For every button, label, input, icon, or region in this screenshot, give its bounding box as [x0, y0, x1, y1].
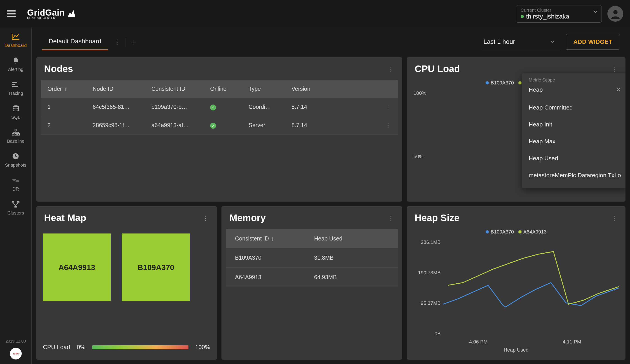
column-order[interactable]: Order ↑ [48, 86, 93, 92]
column-type[interactable]: Type [248, 86, 292, 92]
widget-menu-button[interactable]: ⋮ [611, 65, 618, 73]
sidebar-item-snapshots[interactable]: Snapshots [5, 152, 26, 168]
metric-scope-popup: Metric Scope Heap ✕ Heap Committed Heap … [522, 73, 626, 188]
svg-rect-5 [15, 129, 17, 131]
main-content: Default Dashboard ⋮ ＋ Last 1 hour ADD WI… [32, 27, 630, 364]
chart-icon [11, 32, 20, 41]
cell-version: 8.7.14 [292, 104, 341, 110]
widget-menu-button[interactable]: ⋮ [202, 214, 209, 222]
menu-toggle-button[interactable] [7, 10, 16, 17]
scope-search-input[interactable]: Heap [529, 86, 543, 93]
logo: GridGain CONTROL CENTER [27, 8, 76, 20]
heap-size-widget: Heap Size ⋮ B109A370 A64A9913 286.1MB 19… [407, 206, 626, 360]
svg-point-11 [15, 180, 20, 182]
column-consistentid[interactable]: Consistent ID ↓ [235, 235, 314, 242]
nodes-widget: Nodes ⋮ Order ↑ Node ID Consistent ID On… [36, 57, 402, 202]
y-tick: 0B [414, 331, 441, 337]
user-avatar-button[interactable] [608, 6, 623, 22]
svg-rect-8 [18, 133, 20, 135]
column-consistentid[interactable]: Consistent ID [152, 86, 210, 92]
cluster-name: thirsty_ishizaka [526, 13, 569, 20]
tab-default-dashboard[interactable]: Default Dashboard [42, 33, 108, 50]
powered-by-ignite-badge: ignite [10, 348, 22, 360]
row-menu-button[interactable]: ⋮ [341, 122, 391, 128]
widget-menu-button[interactable]: ⋮ [388, 65, 394, 73]
tab-menu-button[interactable]: ⋮ [112, 37, 122, 46]
sidebar-item-dashboard[interactable]: Dashboard [5, 32, 27, 48]
logo-icon [67, 9, 76, 19]
column-nodeid[interactable]: Node ID [93, 86, 152, 92]
heatmap-metric-label: CPU Load [43, 344, 70, 351]
scope-item[interactable]: metastoreMemPlc Dataregion TxLo [522, 167, 626, 184]
legend-dot-icon [486, 230, 489, 234]
network-icon [11, 200, 20, 209]
table-row[interactable]: 2 28659c98-1f… a64a9913-af… ✓ Server 8.7… [41, 116, 398, 135]
legend-dot-icon [518, 81, 522, 84]
y-tick: 95.37MB [414, 300, 441, 306]
row-menu-button[interactable]: ⋮ [341, 104, 391, 110]
cell-heap: 31.8MB [314, 255, 389, 261]
column-version[interactable]: Version [292, 86, 341, 92]
add-widget-button[interactable]: ADD WIDGET [566, 34, 620, 50]
status-dot-icon [521, 15, 524, 18]
table-row[interactable]: 1 64c5f365-81… b109a370-b… ✓ Coordi… 8.7… [41, 98, 398, 116]
sidebar: Dashboard Alerting Tracing SQL Baseline … [0, 27, 32, 364]
y-tick: 100% [414, 90, 426, 96]
svg-rect-1 [12, 82, 17, 83]
sidebar-item-label: SQL [11, 115, 20, 120]
heat-tile[interactable]: B109A370 [122, 234, 190, 301]
sidebar-item-label: Clusters [8, 210, 24, 216]
widget-menu-button[interactable]: ⋮ [611, 214, 618, 222]
cell-consid: a64a9913-af… [152, 122, 210, 128]
scope-item[interactable]: Heap Used [522, 150, 626, 167]
scope-label: Metric Scope [522, 77, 626, 86]
sidebar-item-label: Snapshots [5, 163, 26, 168]
cell-order: 1 [48, 104, 93, 110]
sidebar-item-dr[interactable]: DR [11, 176, 20, 192]
table-row[interactable]: B109A370 31.8MB [226, 248, 398, 268]
table-row[interactable]: A64A9913 64.93MB [226, 268, 398, 287]
cell-version: 8.7.14 [292, 122, 341, 128]
scope-item[interactable]: Heap Max [522, 133, 626, 150]
check-icon: ✓ [210, 104, 216, 110]
check-icon: ✓ [210, 123, 216, 129]
column-online[interactable]: Online [210, 86, 248, 92]
clear-icon[interactable]: ✕ [616, 86, 621, 93]
sidebar-item-label: Baseline [7, 139, 24, 144]
x-tick: 4:06 PM [469, 339, 488, 345]
svg-point-0 [613, 10, 618, 14]
chevron-down-icon [594, 10, 598, 14]
cluster-select[interactable]: Current Cluster thirsty_ishizaka [516, 5, 602, 22]
svg-point-4 [13, 105, 18, 107]
sort-desc-icon: ↓ [271, 235, 274, 242]
topology-icon [11, 128, 20, 137]
add-tab-button[interactable]: ＋ [128, 37, 138, 46]
topbar: GridGain CONTROL CENTER Current Cluster … [0, 0, 630, 27]
cell-nodeid: 64c5f365-81… [93, 104, 152, 110]
sidebar-item-clusters[interactable]: Clusters [8, 200, 24, 216]
sidebar-item-sql[interactable]: SQL [11, 104, 20, 120]
legend-dot-icon [518, 230, 522, 234]
sidebar-item-alerting[interactable]: Alerting [8, 56, 24, 72]
svg-rect-12 [12, 201, 14, 203]
heatmap-max: 100% [195, 344, 210, 351]
legend-dot-icon [486, 81, 489, 84]
scope-item[interactable]: Heap Init [522, 116, 626, 133]
heap-legend: B109A370 A64A9913 [407, 229, 626, 237]
scope-item[interactable]: Heap Committed [522, 99, 626, 116]
column-heapused[interactable]: Heap Used [314, 235, 389, 242]
svg-rect-6 [12, 133, 14, 135]
sidebar-item-baseline[interactable]: Baseline [7, 128, 24, 144]
cell-type: Coordi… [248, 104, 292, 110]
heat-tile[interactable]: A64A9913 [43, 234, 111, 301]
sidebar-item-label: Dashboard [5, 43, 27, 48]
cell-consid: b109a370-b… [152, 104, 210, 110]
heatmap-widget: Heat Map ⋮ A64A9913 B109A370 CPU Load 0%… [36, 206, 217, 360]
sidebar-item-tracing[interactable]: Tracing [8, 80, 23, 96]
time-range-select[interactable]: Last 1 hour [482, 35, 561, 49]
widget-menu-button[interactable]: ⋮ [388, 214, 394, 222]
cell-type: Server [248, 122, 292, 128]
cell-consid: B109A370 [235, 255, 314, 261]
cell-nodeid: 28659c98-1f… [93, 122, 152, 128]
svg-rect-2 [12, 84, 15, 85]
